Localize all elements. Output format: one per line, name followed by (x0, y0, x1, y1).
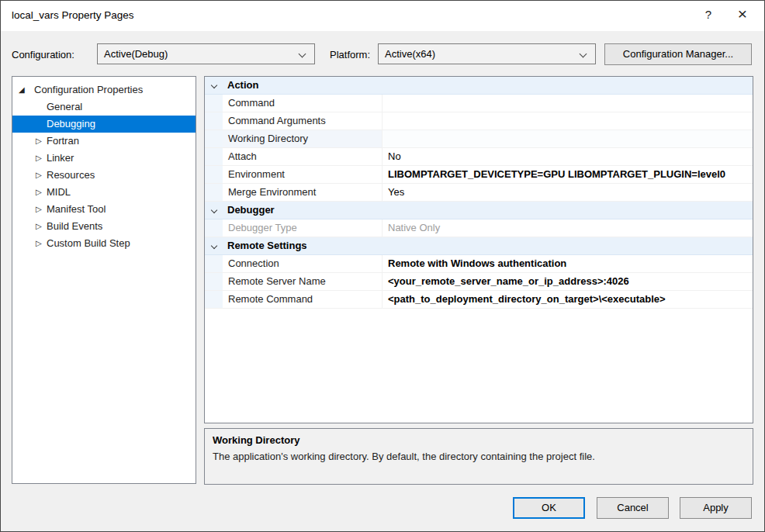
tree-collapsed-icon[interactable]: ▷ (36, 235, 42, 252)
tree-item-label: Configuration Properties (12, 81, 196, 98)
description-text: The application's working directory. By … (213, 451, 745, 462)
tree-item-general[interactable]: General (12, 98, 196, 116)
property-value[interactable]: <your_remote_server_name_or_ip_address>:… (382, 273, 753, 290)
configuration-dropdown-value: Active(Debug) (104, 48, 168, 60)
property-row-command-arguments[interactable]: Command Arguments (205, 112, 753, 130)
property-row-merge-environment[interactable]: Merge EnvironmentYes (205, 184, 753, 202)
section-collapse-icon[interactable] (211, 82, 217, 88)
row-gutter (205, 130, 223, 147)
property-value[interactable]: LIBOMPTARGET_DEVICETYPE=GPU LIBOMPTARGET… (382, 166, 753, 183)
grid-section-action[interactable]: Action (205, 77, 753, 95)
chevron-down-icon (299, 50, 306, 58)
property-value[interactable]: Native Only (382, 219, 753, 237)
row-gutter (205, 112, 223, 130)
property-row-command[interactable]: Command (205, 95, 753, 112)
property-value[interactable]: <path_to_deployment_directory_on_target>… (382, 291, 753, 308)
tree-item-resources[interactable]: ▷Resources (12, 167, 196, 184)
property-row-debugger-type[interactable]: Debugger TypeNative Only (205, 219, 753, 237)
property-value[interactable] (382, 112, 753, 130)
property-name: Merge Environment (223, 184, 382, 201)
row-gutter (205, 184, 223, 201)
section-collapse-icon[interactable] (211, 243, 217, 249)
configuration-label: Configuration: (12, 49, 74, 60)
tree-collapsed-icon[interactable]: ▷ (36, 133, 42, 150)
property-value[interactable]: Yes (382, 184, 753, 201)
property-grid: ActionCommandCommand ArgumentsWorking Di… (204, 76, 753, 423)
section-collapse-icon[interactable] (211, 207, 217, 213)
property-row-remote-command[interactable]: Remote Command<path_to_deployment_direct… (205, 291, 753, 309)
section-label: Remote Settings (223, 237, 307, 254)
configuration-dropdown[interactable]: Active(Debug) (97, 43, 315, 64)
section-label: Action (223, 77, 258, 94)
platform-dropdown-value: Active(x64) (385, 48, 435, 60)
property-name: Connection (223, 255, 382, 272)
property-name: Command Arguments (223, 112, 382, 130)
property-value[interactable]: Remote with Windows authentication (382, 255, 753, 272)
tree-item-configuration-properties[interactable]: ◢Configuration Properties (12, 81, 196, 98)
platform-label: Platform: (330, 49, 370, 60)
tree-expanded-icon[interactable]: ◢ (19, 81, 25, 98)
close-icon[interactable]: × (727, 1, 758, 29)
property-name: Debugger Type (223, 219, 382, 237)
property-row-connection[interactable]: ConnectionRemote with Windows authentica… (205, 255, 753, 273)
property-name: Attach (223, 148, 382, 165)
property-name: Remote Command (223, 291, 382, 308)
row-gutter (205, 95, 223, 112)
ok-button[interactable]: OK (513, 497, 585, 519)
property-name: Environment (223, 166, 382, 183)
property-name: Working Directory (223, 130, 382, 147)
tree-item-manifest-tool[interactable]: ▷Manifest Tool (12, 201, 196, 218)
tree-item-linker[interactable]: ▷Linker (12, 150, 196, 167)
platform-dropdown[interactable]: Active(x64) (378, 43, 596, 64)
property-value[interactable] (382, 130, 753, 147)
window-title: local_vars Property Pages (12, 9, 134, 21)
property-description-panel: Working Directory The application's work… (204, 428, 753, 485)
tree-collapsed-icon[interactable]: ▷ (36, 218, 42, 235)
property-name: Remote Server Name (223, 273, 382, 290)
cancel-button[interactable]: Cancel (597, 497, 669, 519)
row-gutter (205, 166, 223, 183)
description-title: Working Directory (213, 434, 745, 446)
chevron-down-icon (580, 50, 587, 58)
tree-item-fortran[interactable]: ▷Fortran (12, 133, 196, 150)
property-row-working-directory[interactable]: Working Directory (205, 130, 753, 148)
tree-collapsed-icon[interactable]: ▷ (36, 150, 42, 167)
property-name: Command (223, 95, 382, 112)
tree-item-label: Debugging (12, 116, 196, 133)
property-row-remote-server-name[interactable]: Remote Server Name<your_remote_server_na… (205, 273, 753, 291)
property-value[interactable]: No (382, 148, 753, 165)
tree-collapsed-icon[interactable]: ▷ (36, 184, 42, 201)
tree-item-label: General (12, 98, 196, 116)
apply-button[interactable]: Apply (680, 497, 752, 519)
tree-item-build-events[interactable]: ▷Build Events (12, 218, 196, 235)
tree-item-midl[interactable]: ▷MIDL (12, 184, 196, 201)
row-gutter (205, 148, 223, 165)
property-row-attach[interactable]: AttachNo (205, 148, 753, 166)
configuration-manager-button[interactable]: Configuration Manager... (604, 43, 752, 65)
row-gutter (205, 291, 223, 308)
help-icon[interactable]: ? (693, 1, 724, 29)
titlebar: local_vars Property Pages ? × (1, 1, 764, 31)
row-gutter (205, 219, 223, 237)
tree-collapsed-icon[interactable]: ▷ (36, 201, 42, 218)
tree-item-custom-build-step[interactable]: ▷Custom Build Step (12, 235, 196, 252)
property-value[interactable] (382, 95, 753, 112)
grid-section-debugger[interactable]: Debugger (205, 202, 753, 219)
tree-item-debugging[interactable]: Debugging (12, 116, 196, 133)
grid-section-remote-settings[interactable]: Remote Settings (205, 237, 753, 255)
row-gutter (205, 255, 223, 272)
config-tree: ◢Configuration PropertiesGeneralDebuggin… (12, 76, 196, 484)
section-label: Debugger (223, 202, 275, 219)
tree-collapsed-icon[interactable]: ▷ (36, 167, 42, 184)
property-row-environment[interactable]: EnvironmentLIBOMPTARGET_DEVICETYPE=GPU L… (205, 166, 753, 184)
property-pages-dialog: local_vars Property Pages ? × Configurat… (0, 0, 765, 532)
row-gutter (205, 273, 223, 290)
